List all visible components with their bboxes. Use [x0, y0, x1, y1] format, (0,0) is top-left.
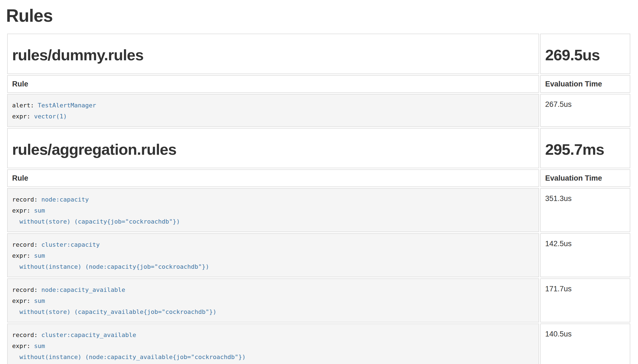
- code-line: without(store) (capacity_available{job="…: [12, 306, 534, 317]
- code-line: alert: TestAlertManager: [12, 100, 534, 111]
- code-key: record:: [12, 241, 41, 248]
- code-line: expr: vector(1): [12, 111, 534, 122]
- expr-link[interactable]: without(store) (capacity{job="cockroachd…: [12, 218, 180, 225]
- code-line: without(instance) (node:capacity{job="co…: [12, 261, 534, 272]
- group-file-name: rules/dummy.rules: [12, 46, 144, 64]
- code-line: expr: sum: [12, 205, 534, 216]
- evaluation-time-column-header: Evaluation Time: [540, 169, 630, 187]
- alert-name-link[interactable]: TestAlertManager: [38, 102, 96, 109]
- rule-evaluation-time: 142.5us: [540, 233, 630, 277]
- record-name-link[interactable]: node:capacity_available: [41, 286, 125, 293]
- rule-definition-cell: record: cluster:capacity_available expr:…: [7, 324, 539, 364]
- code-key: record:: [12, 332, 41, 338]
- group-file-name: rules/aggregation.rules: [12, 141, 176, 158]
- rule-row: record: node:capacity expr: sum without(…: [7, 188, 630, 232]
- rule-row: record: cluster:capacity expr: sum witho…: [7, 233, 630, 277]
- column-header-row: Rule Evaluation Time: [7, 75, 630, 93]
- rule-row: record: node:capacity_available expr: su…: [7, 278, 630, 322]
- code-line: record: cluster:capacity: [12, 239, 534, 250]
- rule-row: alert: TestAlertManager expr: vector(1) …: [7, 94, 630, 127]
- record-name-link[interactable]: node:capacity: [41, 196, 89, 203]
- code-key: expr:: [12, 252, 34, 259]
- expr-link[interactable]: sum: [34, 252, 45, 259]
- rule-definition-cell: record: cluster:capacity expr: sum witho…: [7, 233, 539, 277]
- code-key: expr:: [12, 207, 34, 214]
- group-evaluation-time: 269.5us: [545, 46, 600, 64]
- group-evaluation-time: 295.7ms: [545, 141, 604, 158]
- expr-link[interactable]: without(instance) (node:capacity_availab…: [12, 354, 246, 360]
- expr-link[interactable]: without(instance) (node:capacity{job="co…: [12, 263, 209, 270]
- rules-table: rules/dummy.rules 269.5us Rule Evaluatio…: [6, 32, 631, 364]
- rule-definition-cell: record: node:capacity expr: sum without(…: [7, 188, 539, 232]
- expr-link[interactable]: without(store) (capacity_available{job="…: [12, 308, 217, 315]
- rule-column-header: Rule: [7, 169, 539, 187]
- rule-group-header-row: rules/dummy.rules 269.5us: [7, 34, 630, 74]
- rules-page: Rules rules/dummy.rules 269.5us Rule Eva…: [0, 0, 638, 364]
- rule-evaluation-time: 351.3us: [540, 188, 630, 232]
- page-title: Rules: [6, 6, 631, 25]
- group-file-name-cell: rules/aggregation.rules: [7, 128, 539, 168]
- record-name-link[interactable]: cluster:capacity_available: [41, 332, 136, 338]
- rule-definition-cell: record: node:capacity_available expr: su…: [7, 278, 539, 322]
- code-line: expr: sum: [12, 250, 534, 261]
- rule-evaluation-time: 140.5us: [540, 324, 630, 364]
- code-key: expr:: [12, 113, 34, 120]
- code-key: record:: [12, 286, 41, 293]
- code-line: without(instance) (node:capacity_availab…: [12, 352, 534, 363]
- rule-group-header-row: rules/aggregation.rules 295.7ms: [7, 128, 630, 168]
- rule-row: record: cluster:capacity_available expr:…: [7, 324, 630, 364]
- column-header-row: Rule Evaluation Time: [7, 169, 630, 187]
- record-name-link[interactable]: cluster:capacity: [41, 241, 100, 248]
- code-line: record: node:capacity: [12, 194, 534, 205]
- code-key: expr:: [12, 297, 34, 304]
- rule-evaluation-time: 267.5us: [540, 94, 630, 127]
- expr-link[interactable]: vector(1): [34, 113, 67, 120]
- expr-link[interactable]: sum: [34, 207, 45, 214]
- group-evaluation-time-cell: 295.7ms: [540, 128, 630, 168]
- expr-link[interactable]: sum: [34, 297, 45, 304]
- code-line: expr: sum: [12, 341, 534, 352]
- code-key: record:: [12, 196, 41, 203]
- code-line: record: cluster:capacity_available: [12, 330, 534, 341]
- group-evaluation-time-cell: 269.5us: [540, 34, 630, 74]
- group-file-name-cell: rules/dummy.rules: [7, 34, 539, 74]
- code-line: expr: sum: [12, 295, 534, 306]
- code-line: without(store) (capacity{job="cockroachd…: [12, 216, 534, 227]
- evaluation-time-column-header: Evaluation Time: [540, 75, 630, 93]
- rule-column-header: Rule: [7, 75, 539, 93]
- code-line: record: node:capacity_available: [12, 284, 534, 295]
- code-key: expr:: [12, 343, 34, 349]
- code-key: alert:: [12, 102, 38, 109]
- rule-definition-cell: alert: TestAlertManager expr: vector(1): [7, 94, 539, 127]
- expr-link[interactable]: sum: [34, 343, 45, 349]
- rule-evaluation-time: 171.7us: [540, 278, 630, 322]
